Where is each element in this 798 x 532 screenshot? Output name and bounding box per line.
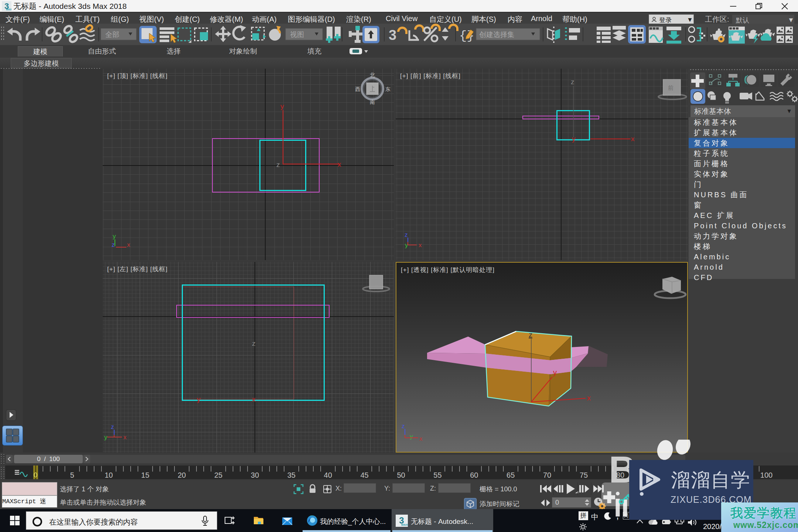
svg-text:10: 10 [105, 471, 113, 479]
svg-text:z: z [276, 161, 280, 168]
svg-text:5: 5 [70, 471, 74, 479]
svg-text:x: x [419, 435, 423, 442]
svg-text:z: z [402, 423, 405, 430]
svg-text:65: 65 [507, 471, 515, 479]
svg-text:y: y [280, 102, 284, 110]
svg-text:35: 35 [287, 471, 296, 479]
svg-text:0: 0 [34, 471, 38, 479]
svg-text:全部: 全部 [105, 31, 119, 38]
svg-text:x: x [631, 135, 635, 143]
svg-text:3: 3 [389, 27, 396, 43]
svg-text:MAX: MAX [401, 523, 408, 526]
svg-text:85: 85 [653, 471, 661, 479]
svg-text:z: z [529, 331, 532, 339]
svg-text:视图: 视图 [290, 31, 304, 38]
svg-text:z: z [571, 78, 574, 86]
svg-text:40: 40 [324, 471, 332, 479]
svg-text:70: 70 [543, 471, 551, 479]
svg-text:z: z [112, 241, 115, 248]
svg-text:z: z [111, 423, 114, 430]
svg-text:z: z [405, 231, 408, 238]
svg-text:x: x [127, 241, 130, 248]
svg-text:x: x [338, 160, 341, 168]
svg-text:50: 50 [397, 471, 405, 479]
svg-text:东: 东 [385, 86, 391, 92]
svg-text:y: y [553, 368, 557, 376]
svg-text:前: 前 [668, 85, 673, 91]
svg-text:x: x [419, 242, 422, 249]
svg-text:15: 15 [141, 471, 149, 479]
svg-text:z: z [252, 340, 256, 347]
svg-text:25: 25 [214, 471, 222, 479]
svg-text:y: y [410, 433, 413, 440]
svg-text:x: x [252, 395, 256, 403]
svg-text:y: y [572, 135, 576, 143]
svg-text:55: 55 [433, 471, 441, 479]
svg-text:80: 80 [616, 471, 624, 479]
svg-text:x: x [587, 394, 591, 402]
svg-text:90: 90 [689, 471, 698, 479]
svg-text:创建选择集: 创建选择集 [479, 31, 514, 38]
svg-text:20: 20 [178, 471, 186, 479]
svg-text:南: 南 [370, 99, 375, 105]
svg-text:MAX: MAX [6, 8, 11, 11]
svg-text:95: 95 [726, 471, 734, 479]
svg-text:45: 45 [360, 471, 368, 479]
svg-text:北: 北 [370, 72, 375, 78]
svg-text:60: 60 [470, 471, 478, 479]
svg-text:30: 30 [251, 471, 259, 479]
svg-text:x: x [123, 434, 127, 441]
svg-text:y: y [197, 395, 201, 403]
svg-text:y: y [104, 434, 108, 441]
svg-text:y: y [113, 233, 116, 240]
svg-text:西: 西 [355, 86, 360, 92]
svg-text:100: 100 [760, 471, 773, 479]
svg-text:75: 75 [580, 471, 588, 479]
